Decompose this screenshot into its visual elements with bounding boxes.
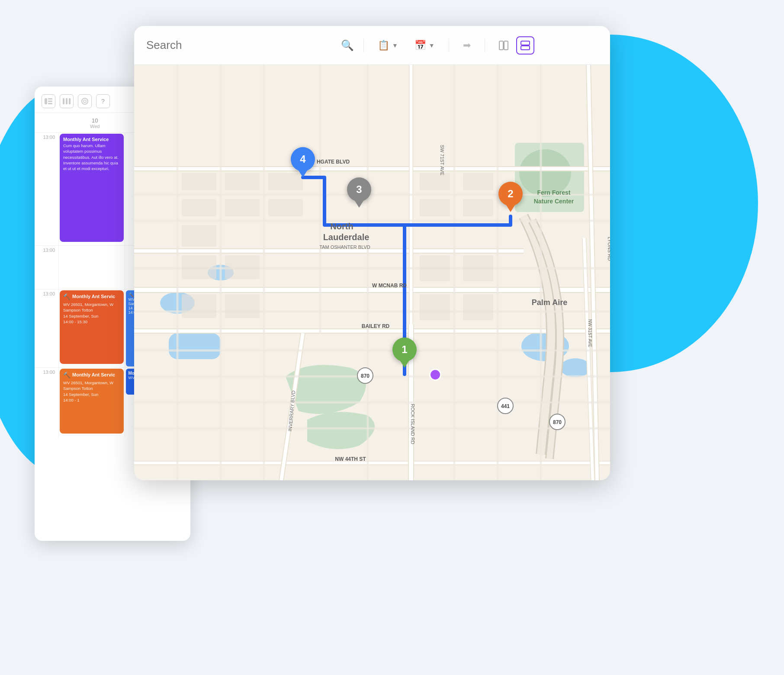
svg-text:NW 44TH ST: NW 44TH ST [335, 456, 366, 462]
svg-rect-5 [66, 98, 67, 104]
map-panel: 🔍 📋 ▼ 📅 ▼ ➡ [134, 26, 610, 480]
toolbar-sep-1 [363, 39, 364, 52]
clipboard-button[interactable]: 📋 ▼ [373, 37, 402, 54]
clipboard-icon: 📋 [378, 40, 389, 51]
event-card-orange[interactable]: 🔨 Monthly Ant Servic WV 26501, Morgantow… [60, 290, 124, 364]
navigate-icon: ➡ [463, 40, 471, 51]
svg-rect-68 [420, 294, 450, 320]
svg-point-7 [82, 98, 88, 104]
split-horizontal-button[interactable] [516, 36, 534, 55]
svg-rect-6 [69, 98, 71, 104]
map-toolbar: 🔍 📋 ▼ 📅 ▼ ➡ [134, 26, 610, 65]
event-body-orange2: WV 26501, Morgantown, WSampson Totton14 … [63, 380, 120, 403]
calendar-icon: 📅 [414, 40, 426, 51]
svg-text:LYONS RD: LYONS RD [607, 237, 610, 260]
svg-rect-1 [48, 98, 52, 100]
svg-rect-11 [521, 46, 530, 50]
svg-rect-63 [463, 173, 493, 190]
toolbar-right [495, 36, 534, 55]
svg-rect-72 [182, 294, 216, 318]
toolbar-sep-3 [485, 39, 485, 52]
svg-rect-62 [420, 173, 450, 190]
map-pin-1[interactable]: 1 [392, 338, 417, 368]
svg-rect-71 [225, 255, 260, 279]
calendar-chevron-icon: ▼ [429, 42, 435, 49]
svg-text:SW 71ST AVE: SW 71ST AVE [440, 145, 445, 176]
map-content[interactable]: HGATE BLVD SW 71ST AVE TAM OSHANTER BLVD… [134, 65, 610, 480]
map-pin-2[interactable]: 2 [498, 182, 523, 212]
search-input[interactable] [146, 39, 337, 52]
svg-point-18 [560, 358, 591, 377]
pin-tail-2 [506, 205, 515, 212]
time-label-1300: 13:00 [35, 133, 58, 140]
cal-day-wed: 10 Wed [65, 117, 125, 129]
svg-rect-2 [48, 101, 52, 102]
map-background[interactable]: HGATE BLVD SW 71ST AVE TAM OSHANTER BLVD… [134, 65, 610, 480]
pin-tail-4 [299, 170, 307, 177]
pin-circle-4: 4 [291, 147, 315, 171]
time-col-wed-4: 🔨 Monthly Ant Servic WV 26501, Morgantow… [58, 368, 125, 437]
toolbar-sep-2 [449, 39, 449, 52]
time-col-wed-2 [58, 246, 125, 289]
split-vertical-button[interactable] [495, 36, 513, 55]
svg-rect-59 [182, 225, 216, 247]
event-title-purple: Monthly Ant Service [63, 137, 120, 142]
map-pin-3[interactable]: 3 [347, 177, 371, 208]
svg-rect-73 [225, 294, 260, 318]
pin-circle-3: 3 [347, 177, 371, 202]
svg-rect-10 [521, 41, 530, 45]
svg-rect-0 [45, 98, 47, 104]
svg-rect-65 [463, 199, 493, 216]
svg-text:TAM OSHANTER BLVD: TAM OSHANTER BLVD [319, 244, 370, 250]
search-box[interactable]: 🔍 [146, 39, 354, 52]
svg-rect-64 [420, 199, 450, 216]
clipboard-chevron-icon: ▼ [392, 42, 398, 49]
svg-text:ROCK ISLAND RD: ROCK ISLAND RD [410, 404, 415, 444]
svg-text:Palm Aire: Palm Aire [532, 298, 567, 307]
svg-text:BAILEY RD: BAILEY RD [362, 323, 390, 329]
pin-circle-2: 2 [498, 182, 523, 206]
event-body-orange: WV 26501, Morgantown, WSampson Totton14 … [63, 302, 120, 325]
svg-rect-66 [420, 255, 450, 281]
sidebar-toggle-icon[interactable] [42, 94, 55, 108]
svg-text:Lauderdale: Lauderdale [323, 232, 370, 242]
small-location-dot [429, 369, 441, 381]
calendar-button[interactable]: 📅 ▼ [410, 37, 439, 54]
search-icon: 🔍 [341, 39, 354, 51]
svg-rect-61 [268, 199, 303, 216]
event-title-orange: Monthly Ant Servic [72, 294, 115, 299]
svg-text:NW 31ST AVE: NW 31ST AVE [588, 319, 592, 347]
sync-icon[interactable] [78, 94, 92, 108]
svg-text:Nature Center: Nature Center [534, 198, 574, 205]
svg-text:HGATE BLVD: HGATE BLVD [317, 159, 350, 165]
map-svg: HGATE BLVD SW 71ST AVE TAM OSHANTER BLVD… [134, 65, 610, 480]
help-icon[interactable]: ? [96, 94, 110, 108]
time-label-1300-3: 13:00 [35, 289, 58, 296]
navigate-button[interactable]: ➡ [459, 37, 475, 54]
split-horizontal-icon [520, 40, 530, 51]
svg-rect-4 [63, 98, 64, 104]
cal-day-num-wed: 10 [65, 117, 125, 124]
split-vertical-icon [498, 40, 509, 51]
time-label-1300-4: 13:00 [35, 368, 58, 375]
cal-day-label-wed: Wed [65, 124, 125, 129]
pin-circle-1: 1 [392, 338, 417, 362]
event-card-orange2[interactable]: 🔨 Monthly Ant Servic WV 26501, Morgantow… [60, 369, 124, 434]
svg-text:870: 870 [553, 419, 562, 425]
time-col-wed-3: 🔨 Monthly Ant Servic WV 26501, Morgantow… [58, 289, 125, 367]
svg-text:441: 441 [501, 403, 510, 409]
svg-rect-70 [182, 255, 216, 279]
svg-rect-3 [48, 103, 52, 104]
time-col-wed-1: Monthly Ant Service Cum quo harum. Ullam… [58, 133, 125, 245]
svg-rect-56 [225, 173, 260, 190]
columns-icon[interactable] [60, 94, 74, 108]
svg-rect-9 [504, 41, 508, 50]
pin-tail-3 [355, 201, 363, 208]
svg-text:INVERRARY BLVD: INVERRARY BLVD [287, 390, 296, 431]
event-body-purple: Cum quo harum. Ullam voluptatem possimus… [63, 143, 120, 171]
svg-text:870: 870 [361, 373, 370, 379]
event-card-purple[interactable]: Monthly Ant Service Cum quo harum. Ullam… [60, 134, 124, 242]
svg-rect-55 [182, 173, 216, 190]
time-label-1300-2: 13:00 [35, 246, 58, 253]
map-pin-4[interactable]: 4 [291, 147, 315, 177]
